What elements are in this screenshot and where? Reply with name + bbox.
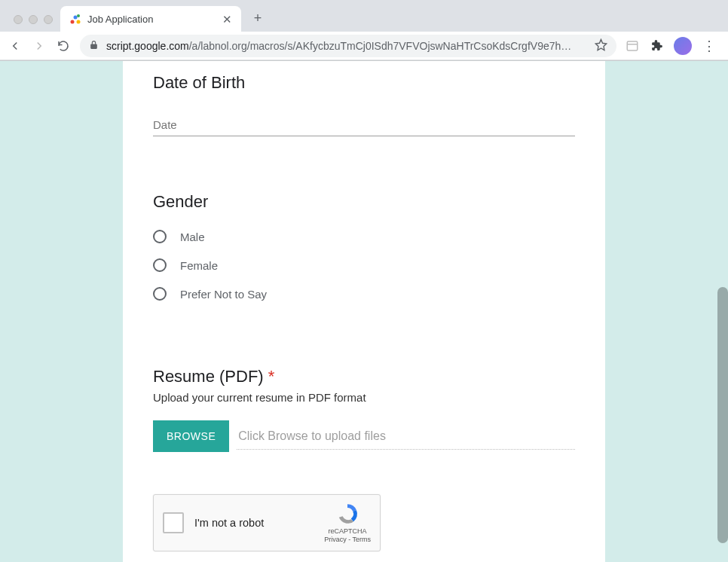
scrollbar-thumb[interactable]	[717, 287, 728, 543]
radio-prefer-not[interactable]: Prefer Not to Say	[153, 287, 575, 301]
close-window-icon[interactable]	[14, 15, 23, 24]
radio-label: Female	[180, 259, 218, 272]
recaptcha-widget: I'm not a robot reCAPTCHA Privacy - Term…	[153, 494, 381, 551]
svg-point-0	[71, 20, 75, 24]
tab-job-application[interactable]: Job Application ✕	[60, 6, 241, 32]
recaptcha-logo-icon	[335, 502, 359, 526]
lock-icon	[89, 40, 99, 52]
browser-chrome: Job Application ✕ + script.google.com/a/…	[0, 0, 728, 61]
svg-point-2	[77, 20, 81, 24]
back-button[interactable]	[8, 38, 23, 53]
window-controls	[9, 15, 60, 32]
recaptcha-legal[interactable]: Privacy - Terms	[324, 536, 371, 544]
forward-button[interactable]	[32, 38, 47, 53]
svg-rect-4	[627, 41, 638, 50]
recaptcha-brand: reCAPTCHA Privacy - Terms	[324, 502, 371, 544]
reader-icon[interactable]	[626, 39, 639, 53]
radio-label: Prefer Not to Say	[180, 288, 267, 301]
date-input[interactable]: Date	[153, 118, 575, 136]
radio-icon	[153, 287, 167, 301]
svg-point-3	[77, 14, 80, 17]
toolbar: script.google.com/a/labnol.org/macros/s/…	[0, 32, 728, 60]
reload-button[interactable]	[56, 38, 71, 53]
svg-point-1	[74, 16, 78, 20]
radio-female[interactable]: Female	[153, 258, 575, 272]
recaptcha-checkbox[interactable]	[163, 512, 184, 533]
radio-icon	[153, 230, 167, 243]
maximize-window-icon[interactable]	[44, 15, 53, 24]
radio-label: Male	[180, 231, 205, 243]
radio-male[interactable]: Male	[153, 230, 575, 243]
apps-script-favicon	[69, 13, 81, 25]
extensions-icon[interactable]	[650, 39, 663, 53]
gender-section: Gender Male Female Prefer Not to Say	[153, 180, 575, 301]
resume-helper: Upload your current resume in PDF format	[153, 391, 575, 404]
resume-title-text: Resume (PDF)	[153, 367, 264, 386]
gender-title: Gender	[153, 180, 575, 212]
recaptcha-label: I'm not a robot	[194, 517, 314, 529]
bookmark-star-icon[interactable]	[595, 38, 607, 53]
minimize-window-icon[interactable]	[29, 15, 38, 24]
profile-avatar[interactable]	[674, 37, 692, 55]
upload-row: BROWSE Click Browse to upload files	[153, 420, 575, 452]
tab-title: Job Application	[87, 14, 216, 25]
menu-icon[interactable]: ⋮	[702, 39, 716, 53]
new-tab-button[interactable]: +	[247, 8, 268, 29]
resume-section: Resume (PDF) * Upload your current resum…	[153, 355, 575, 452]
address-bar[interactable]: script.google.com/a/labnol.org/macros/s/…	[80, 35, 616, 57]
recaptcha-brand-text: reCAPTCHA	[324, 527, 371, 536]
radio-icon	[153, 258, 167, 272]
page-viewport: Date of Birth Date Gender Male Female Pr…	[0, 61, 728, 562]
close-tab-icon[interactable]: ✕	[222, 14, 232, 25]
dob-title: Date of Birth	[153, 61, 575, 93]
required-star: *	[268, 367, 275, 386]
gender-radio-group: Male Female Prefer Not to Say	[153, 230, 575, 301]
url-text: script.google.com/a/labnol.org/macros/s/…	[106, 40, 587, 52]
form-card: Date of Birth Date Gender Male Female Pr…	[123, 61, 605, 562]
resume-title: Resume (PDF) *	[153, 355, 575, 386]
browse-button[interactable]: BROWSE	[153, 420, 229, 452]
file-input-placeholder[interactable]: Click Browse to upload files	[237, 423, 575, 450]
tab-strip: Job Application ✕ +	[0, 0, 728, 32]
toolbar-right: ⋮	[626, 37, 720, 55]
